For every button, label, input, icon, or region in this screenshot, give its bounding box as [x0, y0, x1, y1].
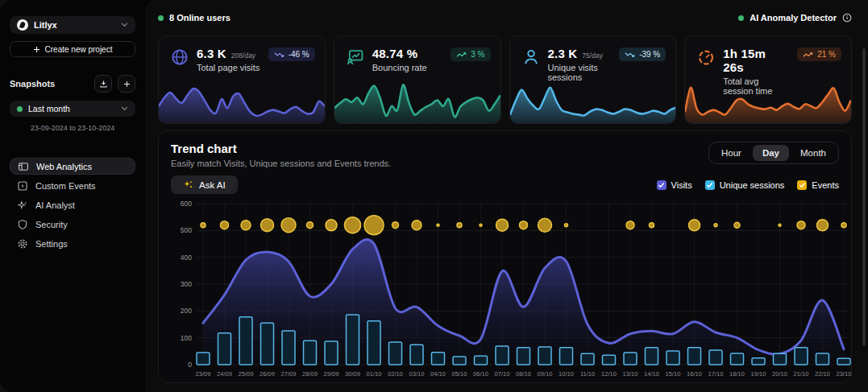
- events-bubble[interactable]: [520, 221, 528, 229]
- snapshot-period-select[interactable]: Last month: [10, 101, 135, 117]
- events-bubble[interactable]: [797, 221, 805, 229]
- snapshot-add-button[interactable]: [118, 75, 135, 93]
- unique-sessions-bar[interactable]: [218, 333, 231, 365]
- scrollbar[interactable]: [862, 48, 866, 346]
- unique-sessions-bar[interactable]: [667, 351, 679, 365]
- events-bubble[interactable]: [326, 220, 337, 231]
- unique-sessions-bar[interactable]: [774, 353, 787, 365]
- info-icon[interactable]: [842, 13, 852, 23]
- events-bubble[interactable]: [496, 219, 509, 231]
- events-bubble[interactable]: [307, 222, 314, 229]
- visits-checkbox[interactable]: [657, 180, 667, 190]
- sidebar-item-settings[interactable]: Settings: [10, 235, 135, 252]
- unique-sessions-bar[interactable]: [261, 323, 274, 365]
- events-bubble[interactable]: [565, 224, 568, 227]
- online-users: 8 Online users: [158, 13, 230, 23]
- project-selector[interactable]: Litlyx: [10, 16, 135, 34]
- events-bubble[interactable]: [241, 221, 251, 230]
- events-bubble[interactable]: [538, 218, 552, 232]
- snapshot-save-button[interactable]: [94, 75, 112, 93]
- snapshot-period-value: Last month: [28, 104, 115, 113]
- events-bubble[interactable]: [714, 224, 717, 227]
- legend-events[interactable]: Events: [797, 180, 839, 190]
- x-tick-label: 01/10: [367, 370, 382, 378]
- events-bubble[interactable]: [457, 223, 462, 228]
- sidebar-item-ai-analyst[interactable]: AI Analyst: [10, 196, 135, 213]
- events-bubble[interactable]: [364, 216, 384, 235]
- card-label: Bouncing rate: [372, 63, 444, 72]
- sidebar-item-security[interactable]: Security: [10, 216, 135, 233]
- events-bubble[interactable]: [650, 223, 654, 228]
- unique-sessions-bar[interactable]: [197, 353, 210, 365]
- trend-chart-panel: Trend chart Easily match Visits, Unique …: [158, 130, 852, 383]
- card-total-page-visits[interactable]: 6.3 K 208/day Total page visits -46 %: [158, 35, 326, 124]
- sparkline-area: [334, 85, 500, 123]
- y-tick-label: 600: [181, 200, 192, 208]
- unique-sessions-bar[interactable]: [389, 342, 402, 365]
- x-tick-label: 20/10: [772, 370, 787, 378]
- card-unique-visits-sessions[interactable]: 2.3 K 75/day Unique visits sessions -39 …: [509, 35, 677, 124]
- unique-sessions-bar[interactable]: [816, 353, 829, 365]
- x-tick-label: 12/10: [601, 370, 617, 378]
- unique-sessions-bar[interactable]: [646, 348, 658, 365]
- unique-sessions-bar[interactable]: [304, 340, 317, 365]
- legend-visits[interactable]: Visits: [657, 180, 692, 190]
- events-bubble[interactable]: [281, 218, 296, 233]
- events-bubble[interactable]: [392, 222, 399, 229]
- events-bubble[interactable]: [841, 223, 846, 228]
- unique-sessions-bar[interactable]: [731, 353, 744, 365]
- tab-hour[interactable]: Hour: [712, 145, 751, 161]
- events-bubble[interactable]: [480, 224, 482, 226]
- unique-sessions-bar[interactable]: [368, 321, 380, 365]
- events-bubble[interactable]: [626, 221, 634, 229]
- unique-sessions-bar[interactable]: [560, 348, 573, 365]
- unique-sessions-bar[interactable]: [347, 315, 359, 365]
- events-bubble[interactable]: [689, 220, 700, 231]
- unique-sessions-bar[interactable]: [795, 348, 808, 365]
- create-project-button[interactable]: Create new project: [10, 41, 135, 57]
- events-bubble[interactable]: [261, 219, 274, 232]
- unique-sessions-bar[interactable]: [239, 317, 252, 365]
- events-checkbox[interactable]: [797, 180, 807, 190]
- unique-sessions-bar[interactable]: [624, 353, 637, 365]
- unique-sessions-bar[interactable]: [410, 345, 423, 365]
- card-avg-session-time[interactable]: 1h 15m 26s Total avg session time 21 %: [684, 35, 852, 124]
- unique-sessions-bar[interactable]: [453, 357, 466, 365]
- unique-sessions-bar[interactable]: [538, 347, 551, 365]
- card-bouncing-rate[interactable]: 48.74 % Bouncing rate 3 %: [334, 35, 501, 124]
- unique-sessions-bar[interactable]: [517, 348, 530, 365]
- bounce-icon: [346, 47, 365, 67]
- events-bubble[interactable]: [221, 221, 229, 229]
- events-bubble[interactable]: [779, 224, 781, 226]
- ask-ai-button[interactable]: Ask AI: [171, 175, 238, 194]
- unique-sessions-bar[interactable]: [581, 353, 594, 365]
- lightning-square-icon: [17, 180, 28, 192]
- ai-anomaly-detector[interactable]: AI Anomaly Detector: [738, 13, 852, 23]
- unique-sessions-bar[interactable]: [496, 346, 509, 365]
- legend-unique-sessions[interactable]: Unique sessions: [705, 180, 785, 190]
- x-tick-label: 28/09: [302, 370, 318, 378]
- unique-sessions-bar[interactable]: [752, 358, 765, 365]
- tab-month[interactable]: Month: [791, 145, 836, 161]
- unique-sessions-bar[interactable]: [603, 355, 616, 365]
- sparkline-area: [510, 88, 676, 123]
- trend-chart[interactable]: 010020030040050060023/0924/0925/0926/092…: [171, 199, 852, 386]
- events-bubble[interactable]: [437, 224, 439, 226]
- unique-sessions-bar[interactable]: [837, 358, 850, 365]
- tab-day[interactable]: Day: [753, 145, 789, 161]
- events-bubble[interactable]: [201, 223, 206, 228]
- unique-sessions-bar[interactable]: [325, 341, 338, 365]
- unique-sessions-checkbox[interactable]: [705, 180, 715, 190]
- unique-sessions-bar[interactable]: [688, 348, 701, 365]
- sidebar-item-custom-events[interactable]: Custom Events: [10, 177, 135, 194]
- unique-sessions-bar[interactable]: [475, 356, 488, 365]
- unique-sessions-bar[interactable]: [282, 331, 295, 365]
- sidebar-item-web-analytics[interactable]: Web Analytics: [10, 158, 135, 175]
- events-bubble[interactable]: [734, 222, 740, 228]
- unique-sessions-bar[interactable]: [432, 353, 445, 365]
- events-bubble[interactable]: [345, 217, 361, 233]
- unique-sessions-bar[interactable]: [709, 350, 722, 365]
- events-bubble[interactable]: [817, 220, 829, 231]
- events-bubble[interactable]: [412, 221, 422, 230]
- x-tick-label: 13/10: [623, 370, 638, 378]
